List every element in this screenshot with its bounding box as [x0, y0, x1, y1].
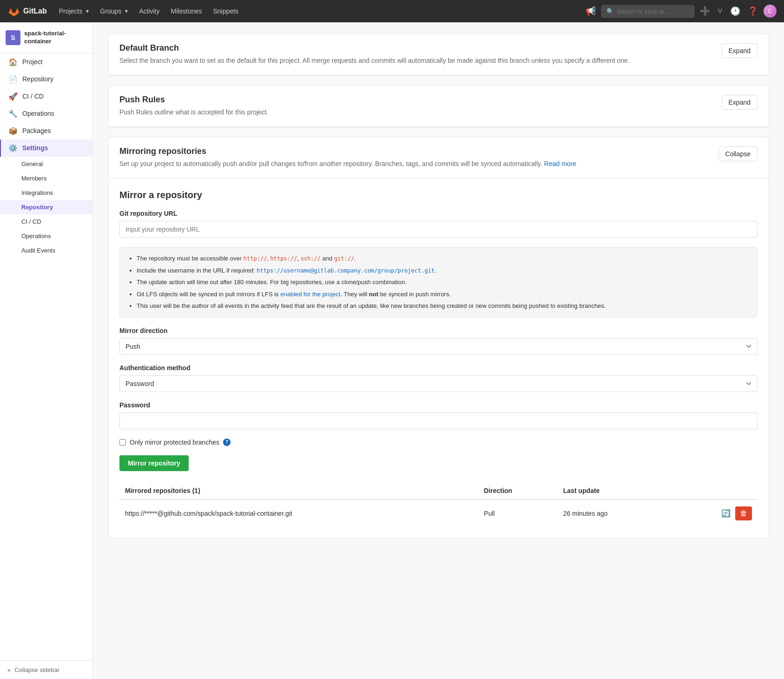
delete-mirror-button[interactable]: 🗑: [735, 506, 752, 520]
default-branch-desc: Select the branch you want to set as the…: [119, 56, 630, 66]
mirroring-read-more[interactable]: Read more: [544, 160, 576, 167]
table-row: https://*****@github.com/spack/spack-tut…: [119, 499, 758, 527]
protected-branches-checkbox[interactable]: [119, 439, 126, 446]
mirroring-header: Mirroring repositories Set up your proje…: [108, 137, 769, 179]
git-url-label: Git repository URL: [119, 210, 758, 217]
sidebar-nav: 🏠 Project 📄 Repository 🚀 CI / CD 🔧 Opera…: [0, 53, 92, 660]
repo-last-update: 26 minutes ago: [558, 499, 670, 527]
auth-method-group: Authentication method Password SSH publi…: [119, 364, 758, 392]
protected-branches-row: Only mirror protected branches ?: [119, 439, 758, 446]
mirror-form-title: Mirror a repository: [119, 190, 758, 200]
auth-method-label: Authentication method: [119, 364, 758, 372]
protocol-git: git://: [334, 255, 354, 262]
protocol-https: https://: [270, 255, 297, 262]
default-branch-section: Default Branch Select the branch you wan…: [108, 33, 769, 76]
submenu-audit-events[interactable]: Audit Events: [0, 243, 92, 258]
broadcast-icon[interactable]: 📢: [584, 4, 598, 18]
sidebar-item-repository[interactable]: 📄 Repository: [0, 71, 92, 88]
sidebar-item-project-label: Project: [22, 58, 43, 66]
password-group: Password: [119, 401, 758, 429]
repo-direction: Pull: [478, 499, 557, 527]
example-url-link[interactable]: https://username@gitlab.company.com/grou…: [257, 267, 435, 274]
sidebar-item-project[interactable]: 🏠 Project: [0, 53, 92, 71]
table-header: Mirrored repositories (1) Direction Last…: [119, 482, 758, 499]
user-avatar[interactable]: C: [764, 5, 777, 18]
repo-url: https://*****@github.com/spack/spack-tut…: [119, 499, 478, 527]
clock-icon[interactable]: 🕐: [728, 4, 742, 18]
search-input[interactable]: [617, 8, 686, 15]
push-rules-expand-button[interactable]: Expand: [722, 95, 758, 110]
mirroring-body: Mirror a repository Git repository URL T…: [108, 179, 769, 538]
info-item-timeout: The update action will time out after 18…: [137, 278, 749, 287]
push-rules-section: Push Rules Push Rules outline what is ac…: [108, 85, 769, 127]
git-url-input[interactable]: [119, 221, 758, 238]
search-box[interactable]: 🔍: [601, 5, 694, 18]
submenu-ci-cd[interactable]: CI / CD: [0, 214, 92, 229]
project-header: S spack-tutorial-container: [0, 22, 92, 53]
mirroring-text: Mirroring repositories Set up your proje…: [119, 146, 576, 169]
submenu-operations[interactable]: Operations: [0, 229, 92, 243]
submenu-members[interactable]: Members: [0, 171, 92, 186]
default-branch-header: Default Branch Select the branch you wan…: [108, 34, 769, 75]
refresh-mirror-button[interactable]: 🔄: [719, 507, 732, 519]
project-name: spack-tutorial-container: [24, 30, 87, 46]
lfs-link[interactable]: enabled for the project: [280, 291, 340, 298]
info-item-author: This user will be the author of all even…: [137, 301, 749, 311]
gitlab-logo[interactable]: GitLab: [7, 5, 47, 18]
info-item-username: Include the username in the URL if requi…: [137, 266, 749, 275]
push-rules-text: Push Rules Push Rules outline what is ac…: [119, 95, 269, 117]
plus-icon[interactable]: ➕: [698, 4, 712, 18]
sidebar-item-repository-label: Repository: [22, 75, 53, 83]
nav-activity[interactable]: Activity: [134, 5, 164, 18]
sidebar-item-operations[interactable]: 🔧 Operations: [0, 105, 92, 122]
protocol-ssh: ssh://: [301, 255, 321, 262]
sidebar: S spack-tutorial-container 🏠 Project 📄 R…: [0, 22, 93, 679]
col-last-update: Last update: [558, 482, 670, 499]
protocol-http: http://: [244, 255, 267, 262]
mirror-info-box: The repository must be accessible over h…: [119, 247, 758, 318]
git-url-group: Git repository URL: [119, 210, 758, 238]
submenu-general[interactable]: General: [0, 157, 92, 171]
sidebar-item-operations-label: Operations: [22, 110, 54, 117]
sidebar-item-cicd[interactable]: 🚀 CI / CD: [0, 88, 92, 105]
submenu-repository[interactable]: Repository: [0, 200, 92, 214]
mirror-direction-label: Mirror direction: [119, 327, 758, 334]
mirror-direction-select[interactable]: Push Pull: [119, 338, 758, 355]
password-input[interactable]: [119, 413, 758, 429]
default-branch-title: Default Branch: [119, 43, 630, 53]
collapse-label: Collapse sidebar: [14, 666, 59, 673]
gitlab-wordmark: GitLab: [23, 7, 47, 15]
default-branch-expand-button[interactable]: Expand: [722, 43, 758, 58]
topnav-right: 📢 🔍 ➕ ⑂ 🕐 ❓ C: [584, 4, 777, 18]
mirror-repository-button[interactable]: Mirror repository: [119, 455, 189, 471]
auth-method-select[interactable]: Password SSH public key: [119, 375, 758, 392]
sidebar-item-packages[interactable]: 📦 Packages: [0, 122, 92, 140]
password-label: Password: [119, 401, 758, 409]
nav-snippets[interactable]: Snippets: [208, 5, 243, 18]
repo-actions: 🔄 🗑: [670, 499, 758, 527]
mirroring-collapse-button[interactable]: Collapse: [718, 146, 758, 161]
nav-milestones[interactable]: Milestones: [166, 5, 207, 18]
protected-branches-label[interactable]: Only mirror protected branches: [130, 439, 219, 446]
nav-projects[interactable]: Projects ▾: [54, 5, 94, 18]
git-icon[interactable]: ⑂: [716, 5, 725, 18]
push-rules-desc: Push Rules outline what is accepted for …: [119, 107, 269, 117]
top-nav-links: Projects ▾ Groups ▾ Activity Milestones …: [54, 5, 243, 18]
repo-icon: 📄: [8, 75, 18, 84]
settings-submenu: General Members Integrations Repository …: [0, 157, 92, 258]
sidebar-item-settings[interactable]: ⚙️ Settings: [0, 140, 92, 157]
submenu-integrations[interactable]: Integrations: [0, 186, 92, 200]
default-branch-text: Default Branch Select the branch you wan…: [119, 43, 630, 66]
table-body: https://*****@github.com/spack/spack-tut…: [119, 499, 758, 527]
package-icon: 📦: [8, 126, 18, 135]
nav-groups[interactable]: Groups ▾: [95, 5, 132, 18]
info-item-protocols: The repository must be accessible over h…: [137, 254, 749, 263]
collapse-icon: «: [7, 666, 11, 673]
gear-icon: ⚙️: [8, 144, 18, 153]
help-icon[interactable]: ❓: [746, 4, 760, 18]
sidebar-item-packages-label: Packages: [22, 127, 51, 134]
col-actions: [670, 482, 758, 499]
protected-branches-help-icon[interactable]: ?: [223, 439, 231, 446]
collapse-sidebar-button[interactable]: « Collapse sidebar: [0, 660, 92, 679]
sidebar-item-settings-label: Settings: [22, 144, 48, 152]
